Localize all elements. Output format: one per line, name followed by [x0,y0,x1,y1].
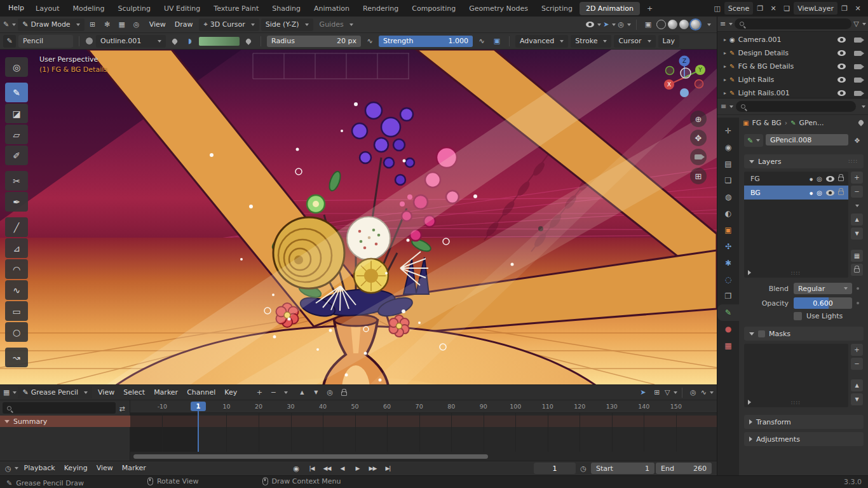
properties-tab-tool[interactable]: ✛ [717,123,739,139]
timeline-horizontal-scrollbar[interactable] [133,454,488,459]
disclosure-icon[interactable]: ▸ [724,64,726,69]
outliner-row-light-rails[interactable]: ▸✎Light Rails [717,73,868,86]
list-grip-icon[interactable]: ∷∷ [791,270,801,276]
brush-thumbnail-icon[interactable]: ✎ [3,35,16,48]
breadcrumb-data[interactable]: GPen... [799,119,824,127]
move-layer-down-button[interactable]: ▼ [851,227,863,240]
gizmo-y-neg[interactable] [666,67,674,75]
view-layer-selector[interactable]: ViewLayer [794,2,837,15]
properties-tab-physics[interactable]: ◌ [717,271,739,288]
adjustments-panel-header[interactable]: Adjustments [744,432,864,446]
line-tool[interactable]: ╱ [5,217,28,237]
menu-help[interactable]: Help [4,2,29,15]
dopesheet-menu-channel[interactable]: Channel [182,386,220,399]
lay-popover[interactable]: Lay [658,35,679,48]
lock-icon[interactable] [838,177,844,181]
dopesheet-menu-key[interactable]: Key [220,386,241,399]
timeline-menu-keying[interactable]: Keying [60,462,92,475]
properties-tab-object-data[interactable]: ✎ [717,304,739,321]
cursor-tool[interactable]: ◎ [5,57,28,77]
masks-panel-header[interactable]: Masks [744,327,864,341]
dopesheet-menu-view[interactable]: View [93,386,119,399]
tint-tool[interactable]: ✐ [5,146,28,165]
disclosure-icon[interactable]: ▸ [724,37,726,43]
dopesheet-editor-type-button[interactable]: ▦ [3,386,17,399]
scene-selector[interactable]: Scene [724,2,754,15]
jump-to-start-button[interactable]: |◀ [304,463,319,474]
viewport-canvas[interactable] [0,50,717,384]
stroke-placement-dropdown[interactable]: ⌖ 3D Cursor [199,18,259,31]
outliner-editor-type-button[interactable]: ≡ [720,18,733,30]
properties-tab-particles[interactable]: ✱ [717,255,739,271]
polyline-tool[interactable]: ⊿ [5,238,28,258]
onion-skin-icon[interactable]: ◎ [817,189,822,196]
pin-icon[interactable] [857,119,864,126]
disclosure-icon[interactable]: ▸ [724,77,726,83]
outliner-row-camera-001[interactable]: ▸◉Camera.001 [717,33,868,46]
view-layer-copy-button[interactable]: ❐ [838,2,851,15]
disclosure-icon[interactable]: ▸ [724,50,726,56]
timeline-menu-playback[interactable]: Playback [20,462,60,475]
workspace-tab-texture-paint[interactable]: Texture Paint [207,2,265,15]
cursor-popover[interactable]: Cursor [614,35,655,48]
advanced-popover[interactable]: Advanced [515,35,568,48]
properties-options-chevron[interactable] [862,105,865,108]
camera-visibility-icon[interactable] [854,64,862,69]
xray-toggle[interactable]: ▣ [642,18,654,31]
frame-start-field[interactable]: Start 1 [591,463,654,474]
pan-hand-button[interactable]: ✥ [690,130,707,146]
screen-grab-icon[interactable]: ▦ [116,18,128,31]
fake-user-shield-button[interactable]: ❖ [851,134,864,147]
transform-panel-header[interactable]: Transform [744,415,864,429]
workspace-tab-compositing[interactable]: Compositing [405,2,462,15]
arc-tool[interactable]: ◠ [5,259,28,279]
workspace-tab-shading[interactable]: Shading [266,2,307,15]
interpolation-dropdown[interactable]: ∿ [701,386,714,399]
specials-chevron[interactable] [284,391,288,394]
properties-editor-type-button[interactable]: ≡ [721,100,733,113]
properties-tab-scene[interactable]: ◍ [717,189,739,205]
dopesheet-timeline-pane[interactable]: 1 -1010203040506070809010011012013014015… [130,400,717,461]
move-mask-up-button[interactable]: ▲ [851,379,863,391]
gizmos-dropdown[interactable]: ➤ [603,18,616,31]
mode-dropdown[interactable]: ✎ Draw Mode [18,18,84,31]
previous-keyframe-button[interactable]: ◀◀ [320,463,334,474]
drawing-plane-dropdown[interactable]: Side (Y-Z) [261,18,313,31]
properties-tab-view-layer[interactable]: ❏ [717,172,739,189]
camera-visibility-icon[interactable] [854,37,862,43]
expand-icon[interactable] [4,420,10,423]
proportional-edit-toggle[interactable]: ◎ [687,386,700,399]
layers-panel-header[interactable]: Layers ∷∷ [744,154,864,168]
gizmo-x-neg[interactable] [695,80,703,88]
move-layer-up-button[interactable]: ▲ [851,214,863,226]
layer-row-fg[interactable]: FG●◎ [744,172,848,186]
shading-wireframe-button[interactable] [656,20,666,29]
navigation-gizmo[interactable]: Z Y X [660,52,709,102]
stroke-popover[interactable]: Stroke [571,35,611,48]
scene-browse-icon[interactable]: ◫ [711,2,724,15]
mask-toggle-icon[interactable]: ◎ [130,18,143,31]
move-down-button[interactable]: ▼ [309,386,322,399]
palette-toggle[interactable]: ▣ [491,35,503,48]
datablock-name-field[interactable]: GPencil.008 [766,134,848,146]
erase-tool[interactable]: ▱ [5,125,28,144]
camera-visibility-icon[interactable] [854,78,862,83]
add-workspace-button[interactable]: + [641,2,659,15]
lock-layers-button[interactable] [851,264,863,276]
eye-icon[interactable] [826,176,834,182]
timeline-menu-marker[interactable]: Marker [118,462,151,475]
channel-lock-toggle[interactable] [337,386,350,399]
guides-dropdown[interactable]: Guides [315,18,358,31]
brush-name-field[interactable]: Pencil [18,35,73,48]
material-swatch-icon[interactable] [85,37,93,45]
vertex-color-toggle[interactable]: ◗ [184,35,196,48]
interpolate-tool[interactable]: ↝ [5,348,28,367]
add-mask-button[interactable]: + [851,344,863,356]
playhead-line[interactable] [198,409,199,452]
outliner-filter-button[interactable]: ▽ [853,18,866,30]
dopesheet-menu-select[interactable]: Select [119,386,149,399]
move-up-button[interactable]: ▲ [295,386,308,399]
material-pin-icon[interactable] [168,35,181,48]
workspace-tab-2d-animation[interactable]: 2D Animation [580,2,640,15]
properties-tab-modifiers[interactable]: ✣ [717,238,739,255]
